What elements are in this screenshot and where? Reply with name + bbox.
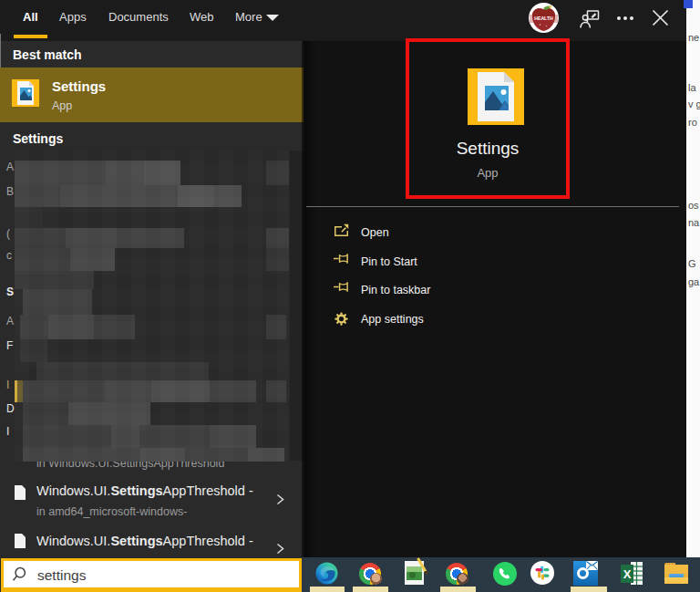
svg-text:HEALTH: HEALTH	[534, 16, 553, 21]
